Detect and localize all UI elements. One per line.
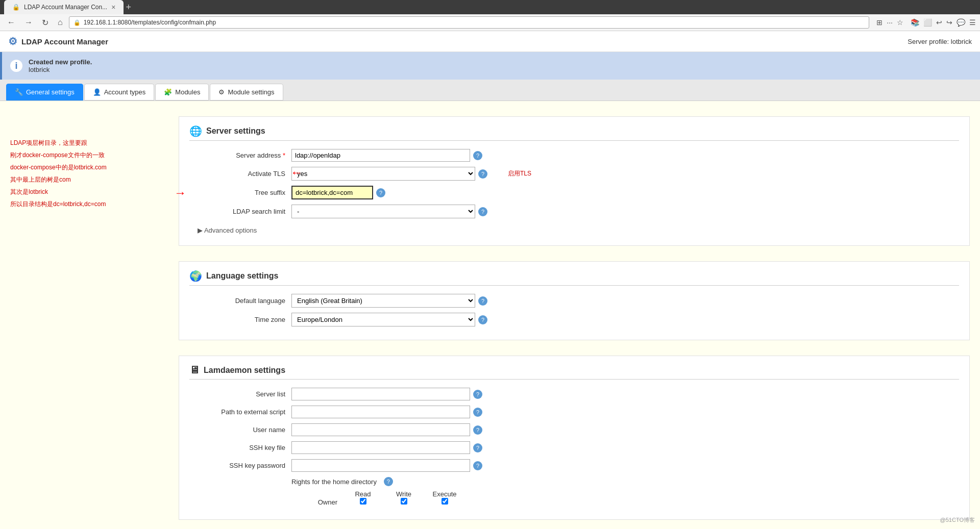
new-tab-button[interactable]: +	[126, 2, 131, 13]
home-dir-label: Rights for the home directory	[291, 478, 377, 486]
menu-icon[interactable]: ···	[887, 18, 893, 27]
default-language-label: Default language	[189, 297, 291, 305]
ssh-key-file-input[interactable]	[291, 441, 470, 454]
server-settings-box: 🌐 Server settings Server address * ? Act…	[179, 116, 970, 246]
ssh-key-file-label: SSH key file	[189, 444, 291, 451]
user-name-input[interactable]	[291, 423, 470, 436]
chat-icon[interactable]: 💬	[957, 18, 965, 27]
active-tab[interactable]: 🔒 LDAP Account Manager Con... ×	[4, 0, 124, 14]
external-script-input[interactable]	[291, 406, 470, 418]
server-profile: Server profile: lotbrick	[908, 38, 972, 45]
user-name-help[interactable]: ?	[473, 425, 482, 435]
activate-tls-select[interactable]: yes no	[291, 167, 475, 181]
owner-execute-checkbox[interactable]	[442, 498, 448, 505]
library-icon[interactable]: 📚	[911, 18, 919, 27]
logo-icon: ⚙	[8, 35, 17, 47]
general-settings-icon: 🔧	[15, 88, 23, 96]
lamdaemon-settings-terminal-icon: 🖥	[189, 364, 200, 376]
tab-close-button[interactable]: ×	[111, 3, 115, 11]
default-language-select[interactable]: English (Great Britain)	[291, 294, 475, 308]
ssh-key-file-help[interactable]: ?	[473, 443, 482, 452]
external-script-help[interactable]: ?	[473, 408, 482, 417]
app-title: LDAP Account Manager	[21, 37, 108, 46]
owner-write-checkbox[interactable]	[401, 498, 407, 505]
tree-suffix-row: → Tree suffix ?	[189, 186, 959, 199]
server-list-row: Server list ?	[189, 388, 959, 400]
server-list-help[interactable]: ?	[473, 390, 482, 399]
external-script-label: Path to external script	[189, 408, 291, 416]
default-language-row: Default language English (Great Britain)…	[189, 294, 959, 308]
tab-general-settings[interactable]: 🔧 General settings	[6, 84, 83, 100]
ldap-search-limit-label: LDAP search limit	[189, 208, 291, 215]
notification-subtitle: lotbrick	[29, 66, 92, 73]
extensions-icon[interactable]: ⊞	[876, 18, 883, 27]
time-zone-row: Time zone Europe/London ?	[189, 313, 959, 326]
bookmark-icon[interactable]: ☆	[897, 18, 903, 27]
home-dir-help[interactable]: ?	[384, 477, 393, 486]
module-settings-icon: ⚙	[218, 88, 225, 96]
main-tabs: 🔧 General settings 👤 Account types 🧩 Mod…	[0, 80, 980, 101]
url-text: 192.168.1.1:8080/templates/config/confma…	[84, 19, 865, 26]
activate-tls-help[interactable]: ?	[478, 169, 487, 179]
notification-content: Created new profile. lotbrick	[29, 58, 92, 73]
owner-read-checkbox[interactable]	[360, 498, 366, 505]
external-script-row: Path to external script ?	[189, 406, 959, 418]
server-list-input[interactable]	[291, 388, 470, 400]
default-language-help[interactable]: ?	[478, 296, 487, 306]
tree-suffix-help[interactable]: ?	[376, 188, 385, 197]
modules-icon: 🧩	[164, 88, 172, 96]
watermark: @51CTO博客	[940, 516, 975, 524]
activate-tls-label: Activate TLS	[189, 170, 291, 178]
address-bar[interactable]: 🔒 192.168.1.1:8080/templates/config/conf…	[69, 16, 870, 29]
account-types-icon: 👤	[93, 88, 101, 96]
write-column-header: Write	[383, 490, 424, 498]
execute-column-header: Execute	[424, 490, 465, 498]
ldap-search-limit-select[interactable]: - 100 500 1000	[291, 205, 475, 218]
tab-module-settings[interactable]: ⚙ Module settings	[210, 84, 283, 100]
home-dir-rights-row: Rights for the home directory ? Read Wri…	[291, 477, 959, 506]
back-button[interactable]: ←	[4, 17, 18, 28]
notification-icon: i	[10, 60, 22, 72]
server-settings-header: 🌐 Server settings	[189, 125, 959, 141]
lamdaemon-settings-header: 🖥 Lamdaemon settings	[189, 364, 959, 380]
ldap-search-limit-help[interactable]: ?	[478, 207, 487, 216]
user-name-row: User name ?	[189, 423, 959, 436]
ssh-key-password-label: SSH key password	[189, 462, 291, 469]
time-zone-help[interactable]: ?	[478, 315, 487, 324]
tab-modules[interactable]: 🧩 Modules	[155, 84, 209, 100]
forward-history-icon[interactable]: ↪	[946, 18, 952, 27]
server-list-label: Server list	[189, 390, 291, 398]
hamburger-icon[interactable]: ☰	[969, 18, 976, 27]
browser-extra-icons: 📚 ⬜ ↩ ↪ 💬 ☰	[911, 18, 976, 27]
server-settings-section: ldap服务器的地址，因为都是用docker运行的，所以用容器名就可以通讯 LD…	[10, 116, 970, 246]
server-address-label: Server address *	[189, 152, 291, 159]
home-button[interactable]: ⌂	[55, 17, 66, 28]
tls-right-annotation: 启用TLS	[508, 169, 531, 178]
advanced-options-toggle[interactable]: Advanced options	[189, 223, 959, 237]
server-address-input[interactable]	[291, 149, 470, 162]
ssh-key-password-input[interactable]	[291, 459, 470, 472]
ssh-key-password-help[interactable]: ?	[473, 461, 482, 470]
language-settings-flag-icon: 🌍	[189, 270, 202, 282]
notification-bar: i Created new profile. lotbrick	[0, 52, 980, 80]
ldap-search-limit-row: LDAP search limit - 100 500 1000 ?	[189, 205, 959, 218]
language-settings-header: 🌍 Language settings	[189, 270, 959, 286]
browser-navigation: ← → ↻ ⌂ 🔒 192.168.1.1:8080/templates/con…	[0, 14, 980, 31]
tree-suffix-input[interactable]	[291, 186, 373, 199]
server-address-row: Server address * ?	[189, 149, 959, 162]
forward-button[interactable]: →	[21, 17, 36, 28]
tls-arrow-icon: ←	[290, 165, 303, 180]
time-zone-select[interactable]: Europe/London	[291, 313, 475, 326]
user-name-label: User name	[189, 426, 291, 434]
server-settings-globe-icon: 🌐	[189, 125, 202, 137]
language-settings-box: 🌍 Language settings Default language Eng…	[179, 261, 970, 340]
server-address-help[interactable]: ?	[473, 151, 482, 160]
back-history-icon[interactable]: ↩	[936, 18, 942, 27]
tab-account-types[interactable]: 👤 Account types	[84, 84, 155, 100]
left-annotations: LDAP项层树目录，这里要跟 刚才docker-compose文件中的一致 do…	[10, 116, 168, 246]
read-column-header: Read	[342, 490, 383, 498]
reload-button[interactable]: ↻	[39, 17, 52, 29]
language-settings-section: 🌍 Language settings Default language Eng…	[10, 261, 970, 340]
activate-tls-row: Activate TLS yes no ← ? 启用TLS	[189, 167, 959, 181]
tab-manager-icon[interactable]: ⬜	[923, 18, 932, 27]
